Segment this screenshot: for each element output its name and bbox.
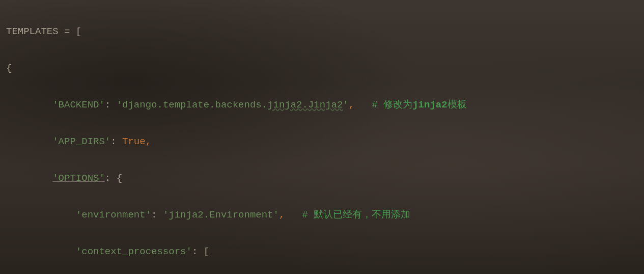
bool-true: True — [122, 136, 146, 147]
spaces — [354, 99, 372, 111]
code-editor[interactable]: TEMPLATES = [ { 'BACKEND': 'django.templ… — [0, 0, 644, 274]
colon: : — [192, 246, 204, 257]
indent — [6, 209, 76, 221]
comment-rest: 模板 — [447, 99, 467, 111]
code-line-4: 'APP_DIRS': True, — [6, 132, 638, 151]
indent — [6, 173, 52, 184]
colon: : — [151, 209, 163, 221]
colon: : — [110, 136, 122, 147]
comment-text: # 默认已经有，不用添加 — [302, 209, 411, 221]
comma: , — [349, 99, 354, 111]
dict-key-options: 'OPTIONS' — [52, 173, 105, 184]
comment-jinja2: jinja2 — [412, 99, 447, 111]
code-line-7: 'context_processors': [ — [6, 242, 638, 261]
comma: , — [146, 136, 151, 147]
comma: , — [279, 209, 285, 221]
brace-open: { — [6, 63, 12, 74]
string-backend-value: django.template.backends. — [122, 99, 267, 111]
brace-open: { — [117, 173, 122, 184]
bracket-open: [ — [204, 246, 209, 257]
code-line-3: 'BACKEND': 'django.template.backends.jin… — [6, 96, 638, 114]
colon: : — [105, 173, 117, 184]
bracket-open: [ — [76, 26, 81, 37]
indent — [6, 246, 76, 257]
string-quote: ' — [343, 99, 348, 111]
code-line-2: { — [6, 59, 638, 77]
dict-key-context-processors: 'context_processors' — [76, 246, 192, 257]
string-jinja2-underline: jinja2.Jinja2 — [267, 99, 343, 111]
code-line-1: TEMPLATES = [ — [6, 22, 638, 41]
colon: : — [105, 99, 117, 111]
dict-key-appdirs: 'APP_DIRS' — [52, 136, 110, 147]
dict-key-backend: 'BACKEND' — [52, 99, 105, 111]
indent — [6, 136, 52, 147]
code-line-6: 'environment': 'jinja2.Environment', # 默… — [6, 206, 638, 224]
spaces — [285, 209, 302, 221]
string-quote: ' — [117, 99, 122, 111]
variable-templates: TEMPLATES — [6, 26, 59, 37]
operator-equals: = — [59, 26, 76, 37]
code-line-5: 'OPTIONS': { — [6, 169, 638, 187]
indent — [6, 99, 52, 111]
comment-text: # 修改为 — [372, 99, 412, 111]
dict-key-environment: 'environment' — [76, 209, 151, 221]
string-environment-value: 'jinja2.Environment' — [163, 209, 279, 221]
